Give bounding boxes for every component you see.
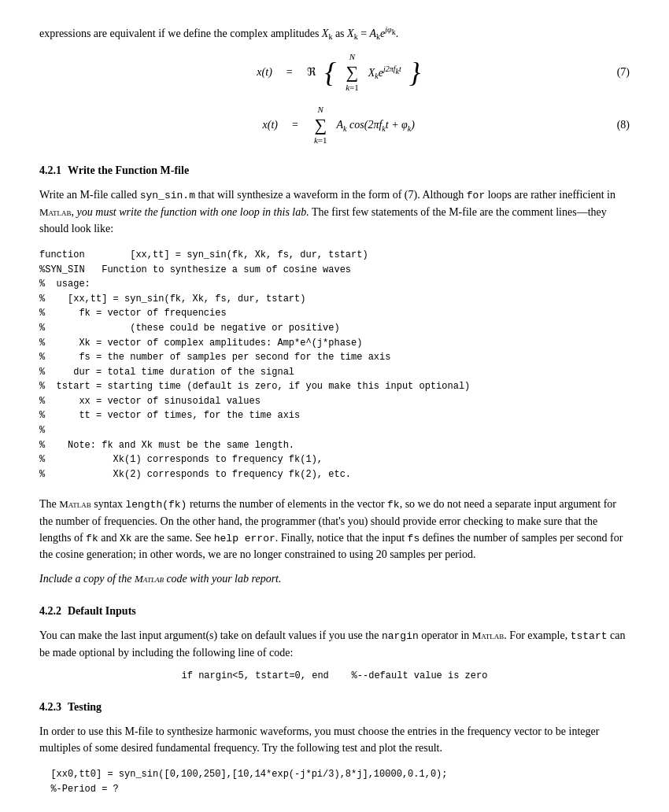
code-length-fk: length(fk) bbox=[125, 499, 187, 511]
section-421-para2: The Matlab syntax length(fk) returns the… bbox=[39, 496, 630, 563]
equations-block: x(t) = ℜ { N ∑ k=1 Xkej2πfkt } (7) x(t) … bbox=[39, 50, 630, 146]
matlab-ref-2: Matlab bbox=[59, 498, 91, 510]
eq8-summation: N ∑ k=1 bbox=[314, 103, 327, 146]
eq7-sigma: ∑ bbox=[346, 64, 359, 81]
code-syn-sin: syn_sin.m bbox=[140, 190, 195, 201]
equation-7-content: x(t) = ℜ { N ∑ k=1 Xkej2πfkt } bbox=[249, 50, 420, 94]
matlab-ref-3: Matlab bbox=[135, 573, 164, 585]
section-423-num: 4.2.3 bbox=[39, 699, 61, 715]
code-fk-2: fk bbox=[86, 533, 98, 544]
code-for: for bbox=[467, 190, 485, 201]
section-422-code-line: if nargin<5, tstart=0, end %--default va… bbox=[39, 669, 630, 683]
section-421-para1: Write an M-file called syn_sin.m that wi… bbox=[39, 186, 630, 237]
eq8-lhs: x(t) bbox=[254, 116, 278, 133]
eq8-sigma: ∑ bbox=[314, 116, 327, 134]
section-423-code-block: [xx0,tt0] = syn_sin([0,100,250],[10,14*e… bbox=[39, 764, 630, 799]
code-tstart: tstart bbox=[571, 630, 608, 642]
eq7-sum-bottom: k=1 bbox=[346, 81, 359, 94]
section-421-heading: 4.2.1 Write the Function M-file bbox=[39, 162, 630, 179]
section-422-heading: 4.2.2 Default Inputs bbox=[39, 603, 630, 619]
eq7-summation: N ∑ k=1 bbox=[346, 50, 359, 94]
section-422-para1: You can make the last input argument(s) … bbox=[39, 627, 630, 661]
equation-8-row: x(t) = N ∑ k=1 Ak cos(2πfkt + φk) (8) bbox=[39, 103, 630, 146]
equation-8-content: x(t) = N ∑ k=1 Ak cos(2πfkt + φk) bbox=[254, 103, 415, 146]
section-421-title: Write the Function M-file bbox=[68, 162, 189, 179]
code-fk-1: fk bbox=[387, 499, 400, 511]
code-help-error: help error bbox=[214, 533, 275, 544]
equation-7-row: x(t) = ℜ { N ∑ k=1 Xkej2πfkt } (7) bbox=[39, 50, 630, 94]
section-421-para3: Include a copy of the Matlab code with y… bbox=[39, 570, 630, 587]
intro-paragraph: expressions are equivalent if we define … bbox=[39, 24, 630, 42]
eq7-number: (7) bbox=[617, 64, 630, 80]
eq8-equals: = bbox=[292, 116, 298, 133]
eq7-expr: Xkej2πfkt bbox=[368, 63, 401, 82]
section-423-heading: 4.2.3 Testing bbox=[39, 699, 630, 715]
code-xk-1: Xk bbox=[120, 533, 132, 544]
eq7-re: ℜ bbox=[307, 64, 316, 80]
code-nargin: nargin bbox=[382, 630, 419, 642]
eq8-sum-bottom: k=1 bbox=[314, 134, 327, 147]
eq7-equals: = bbox=[286, 64, 293, 80]
matlab-ref-4: Matlab bbox=[472, 629, 505, 641]
code-fs: fs bbox=[408, 533, 420, 544]
eq7-brace-right: } bbox=[409, 58, 420, 87]
section-421-code-block: function [xx,tt] = syn_sin(fk, Xk, fs, d… bbox=[39, 245, 630, 485]
section-421-num: 4.2.1 bbox=[39, 162, 61, 179]
eq7-lhs: x(t) bbox=[249, 64, 272, 80]
section-423-para1: In order to use this M-file to synthesiz… bbox=[39, 723, 630, 756]
section-422-num: 4.2.2 bbox=[39, 603, 61, 619]
eq8-expr: Ak cos(2πfkt + φk) bbox=[337, 116, 415, 135]
section-422-title: Default Inputs bbox=[68, 603, 136, 619]
matlab-ref-1: Matlab bbox=[39, 206, 72, 218]
eq7-brace-left: { bbox=[325, 58, 336, 87]
section-423-title: Testing bbox=[68, 699, 102, 715]
eq8-number: (8) bbox=[617, 116, 630, 133]
